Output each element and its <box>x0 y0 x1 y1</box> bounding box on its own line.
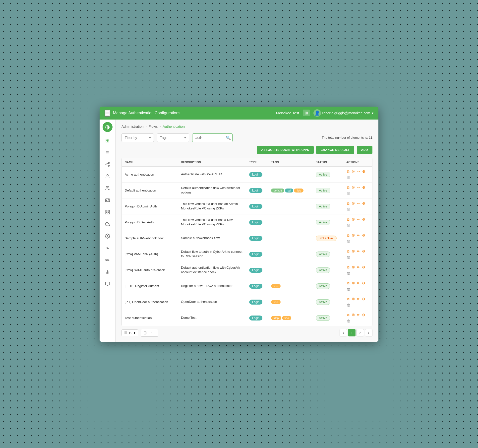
copy-button[interactable]: ⧉ <box>346 296 350 302</box>
delete-button[interactable]: 🗑 <box>346 270 351 276</box>
sidebar-item-user[interactable] <box>102 171 113 182</box>
breadcrumb: Administration › Flows › Authentication <box>121 125 372 128</box>
add-button[interactable]: ADD <box>357 146 373 154</box>
configure-button[interactable]: ⚙ <box>361 249 366 254</box>
edit-button[interactable]: ✏ <box>356 185 360 190</box>
svg-point-1 <box>106 164 107 165</box>
cell-description: Demo Test <box>178 310 246 326</box>
delete-button[interactable]: 🗑 <box>346 302 351 308</box>
version-button[interactable]: ⑩ <box>351 217 355 222</box>
sidebar-item-cloud[interactable] <box>102 219 113 230</box>
version-button[interactable]: ⑩ <box>351 312 355 318</box>
configure-button[interactable]: ⚙ <box>361 169 366 174</box>
configure-button[interactable]: ⚙ <box>361 201 366 206</box>
cell-tags: fido <box>268 278 313 294</box>
delete-button[interactable]: 🗑 <box>346 318 351 323</box>
topbar-user[interactable]: 👤 roberto.griggio@monokee.com ▾ <box>313 109 373 117</box>
sidebar-item-desktop[interactable] <box>102 278 113 289</box>
cell-actions: ⧉⑩✏⚙🗑 <box>343 246 372 262</box>
page-2-button[interactable]: 2 <box>357 329 364 336</box>
page-size-select[interactable]: ☰ 10 ▾ <box>121 329 138 336</box>
configure-button[interactable]: ⚙ <box>361 185 366 190</box>
cell-name: [CYA] PAM RDP (Auth) <box>122 246 178 262</box>
configure-button[interactable]: ⚙ <box>361 280 366 286</box>
tenant-icon-button[interactable]: ⊞ <box>303 110 310 116</box>
copy-button[interactable]: ⧉ <box>346 280 350 286</box>
delete-button[interactable]: 🗑 <box>346 191 351 196</box>
version-button[interactable]: ⑩ <box>351 280 355 286</box>
delete-button[interactable]: 🗑 <box>346 286 351 292</box>
sidebar-item-connector[interactable]: ⌁ <box>102 243 113 254</box>
version-button[interactable]: ⑩ <box>351 249 355 254</box>
page-next-button[interactable]: › <box>365 329 372 336</box>
jump-to-input[interactable] <box>148 331 156 335</box>
page-prev-button[interactable]: ‹ <box>340 329 347 336</box>
associate-login-button[interactable]: ASSOCIATE LOGIN WITH APPS <box>257 146 314 154</box>
delete-button[interactable]: 🗑 <box>346 255 351 260</box>
action-buttons: ASSOCIATE LOGIN WITH APPS CHANGE DEFAULT… <box>121 146 372 154</box>
breadcrumb-admin[interactable]: Administration <box>121 125 144 128</box>
copy-button[interactable]: ⧉ <box>346 217 350 222</box>
svg-point-0 <box>108 162 109 163</box>
sidebar-item-idcard[interactable] <box>102 195 113 206</box>
sidebar-item-fido[interactable]: fido <box>102 255 113 265</box>
sidebar-item-settings[interactable] <box>102 231 113 242</box>
breadcrumb-sep-1: › <box>146 125 147 128</box>
sidebar-item-share[interactable] <box>102 159 113 170</box>
svg-rect-17 <box>105 282 110 285</box>
sidebar-item-users[interactable] <box>102 183 113 194</box>
edit-button[interactable]: ✏ <box>356 280 360 286</box>
version-button[interactable]: ⑩ <box>351 185 355 190</box>
delete-button[interactable]: 🗑 <box>346 175 351 180</box>
configure-button[interactable]: ⚙ <box>361 312 366 318</box>
edit-button[interactable]: ✏ <box>356 233 360 238</box>
sidebar-logo[interactable]: ◑ <box>103 122 113 132</box>
copy-button[interactable]: ⧉ <box>346 201 350 206</box>
delete-button[interactable]: 🗑 <box>346 207 351 212</box>
copy-button[interactable]: ⧉ <box>346 233 350 238</box>
page-1-button[interactable]: 1 <box>348 329 356 336</box>
breadcrumb-flows[interactable]: Flows <box>149 125 158 128</box>
cell-actions: ⧉⑩✏⚙🗑 <box>343 182 372 198</box>
edit-button[interactable]: ✏ <box>356 312 360 318</box>
copy-button[interactable]: ⧉ <box>346 169 350 174</box>
copy-button[interactable]: ⧉ <box>346 249 350 254</box>
copy-button[interactable]: ⧉ <box>346 312 350 318</box>
user-email: roberto.griggio@monokee.com <box>322 111 370 115</box>
version-button[interactable]: ⑩ <box>351 264 355 270</box>
delete-button[interactable]: 🗑 <box>346 239 351 244</box>
version-button[interactable]: ⑩ <box>351 169 355 174</box>
cell-status: Active <box>313 310 343 326</box>
delete-button[interactable]: 🗑 <box>346 223 351 228</box>
topbar: ☰ Manage Authentication Configurations M… <box>100 107 378 120</box>
cell-actions: ⧉⑩✏⚙🗑 <box>343 278 372 294</box>
sidebar-item-reports[interactable] <box>102 266 113 277</box>
configure-button[interactable]: ⚙ <box>361 217 366 222</box>
cell-actions: ⧉⑩✏⚙🗑 <box>343 166 372 183</box>
edit-button[interactable]: ✏ <box>356 296 360 302</box>
hamburger-button[interactable]: ☰ <box>105 110 110 117</box>
edit-button[interactable]: ✏ <box>356 264 360 270</box>
cell-actions: ⧉⑩✏⚙🗑 <box>343 262 372 278</box>
configure-button[interactable]: ⚙ <box>361 264 366 270</box>
change-default-button[interactable]: CHANGE DEFAULT <box>316 146 354 154</box>
edit-button[interactable]: ✏ <box>356 201 360 206</box>
sidebar-item-list[interactable]: ≡ <box>102 147 113 158</box>
version-button[interactable]: ⑩ <box>351 296 355 302</box>
edit-button[interactable]: ✏ <box>356 169 360 174</box>
sidebar-item-dashboard[interactable]: ⊞ <box>102 135 113 146</box>
edit-button[interactable]: ✏ <box>356 249 360 254</box>
version-button[interactable]: ⑩ <box>351 201 355 206</box>
copy-button[interactable]: ⧉ <box>346 264 350 270</box>
tags-select[interactable]: Tags <box>157 133 189 142</box>
search-button[interactable]: 🔍 <box>226 135 231 140</box>
version-button[interactable]: ⑩ <box>351 233 355 238</box>
edit-button[interactable]: ✏ <box>356 217 360 222</box>
copy-button[interactable]: ⧉ <box>346 185 350 190</box>
configure-button[interactable]: ⚙ <box>361 296 366 302</box>
table-row: Test authenticationDemo TestLoginldapfid… <box>122 310 372 326</box>
table-header-row: NAME DESCRIPTION TYPE TAGS STATUS ACTION… <box>122 158 372 166</box>
configure-button[interactable]: ⚙ <box>361 233 366 238</box>
sidebar-item-apps[interactable] <box>102 207 113 218</box>
filter-by-select[interactable]: Filter by <box>121 133 154 142</box>
